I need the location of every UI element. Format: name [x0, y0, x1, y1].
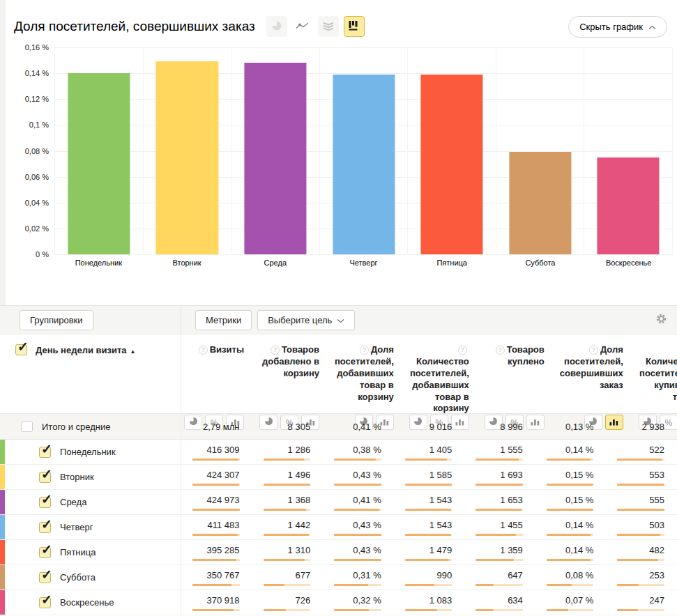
row-label[interactable]: Понедельник	[60, 447, 116, 457]
row-label[interactable]: Среда	[60, 497, 86, 507]
metric-label[interactable]: ?Товаров куплено	[485, 344, 545, 368]
totals-checkbox[interactable]	[21, 421, 33, 432]
help-icon[interactable]: ?	[271, 346, 280, 355]
gear-icon	[655, 313, 667, 327]
x-tick-label: Суббота	[496, 259, 585, 267]
row-color-stripe	[0, 490, 5, 514]
chart-slot	[407, 47, 496, 254]
table-row: Четверг411 4831 4420,43 %1 5431 4550,14 …	[0, 515, 677, 540]
metric-label[interactable]: ?Товаров добавлено в корзину	[259, 344, 319, 380]
row-checkbox[interactable]	[39, 497, 51, 508]
help-icon[interactable]: ?	[199, 346, 208, 355]
row-checkbox[interactable]	[39, 547, 51, 558]
metric-value: 1 455	[500, 520, 523, 530]
row-label[interactable]: Пятница	[60, 547, 96, 557]
row-label[interactable]: Воскресенье	[60, 597, 114, 608]
metric-value-cell: 0,07 %	[535, 590, 607, 615]
metric-value: 1 543	[429, 520, 452, 530]
row-label[interactable]: Четверг	[60, 522, 93, 532]
value-meter	[192, 584, 240, 586]
value-meter	[334, 534, 381, 536]
help-icon[interactable]: ?	[360, 346, 369, 355]
row-color-stripe	[0, 515, 5, 539]
row-checkbox[interactable]	[39, 572, 51, 583]
value-meter	[192, 509, 240, 511]
chart-bar-4[interactable]	[333, 75, 395, 254]
metric-value-cell: 647	[464, 565, 535, 590]
metric-value: 1 543	[429, 495, 452, 505]
metric-value: 0,41 %	[353, 495, 381, 505]
chart-bar-1[interactable]	[68, 73, 130, 254]
metric-value: 677	[295, 570, 310, 580]
line-chart-button[interactable]	[292, 16, 313, 37]
stacked-chart-icon	[323, 21, 334, 33]
value-meter	[192, 459, 240, 461]
stacked-chart-button[interactable]	[318, 16, 339, 37]
value-meter	[617, 534, 664, 536]
metric-value-cell: 411 483	[181, 515, 252, 539]
row-checkbox[interactable]	[39, 472, 51, 483]
metric-value-cell: 503	[606, 515, 677, 539]
chart-bar-5[interactable]	[421, 75, 483, 254]
chart-bar-6[interactable]	[509, 152, 571, 254]
line-chart-icon	[296, 22, 309, 32]
metric-value-cell: 0,15 %	[535, 490, 607, 514]
metric-value-cell: 0,32 %	[323, 590, 394, 615]
select-all-checkbox[interactable]	[15, 344, 27, 355]
dimension-header-label[interactable]: День недели визита▲	[36, 344, 136, 355]
value-meter	[547, 484, 594, 486]
groupings-button[interactable]: Группировки	[20, 310, 93, 330]
metric-label[interactable]: ?Визиты	[199, 344, 244, 356]
y-tick-label: 0,1 %	[29, 121, 49, 129]
value-meter	[476, 484, 523, 486]
chart-bar-7[interactable]	[598, 157, 660, 254]
metric-value: 416 309	[207, 445, 240, 455]
value-meter	[192, 484, 240, 486]
metric-value: 1 368	[288, 495, 311, 505]
table-row: Воскресенье370 9187260,32 %1 0836340,07 …	[0, 590, 677, 615]
chart-bar-2[interactable]	[156, 61, 218, 254]
metric-value-cell: 424 307	[181, 465, 252, 489]
help-icon[interactable]: ?	[589, 346, 598, 355]
metric-label[interactable]: ?Количество посетителей, купивших товар	[639, 344, 677, 403]
metric-value-cell: 1 543	[394, 490, 465, 514]
value-meter	[476, 559, 523, 561]
row-color-stripe	[0, 540, 5, 564]
value-meter	[476, 509, 523, 511]
help-icon[interactable]: ?	[496, 346, 505, 355]
row-checkbox[interactable]	[39, 447, 51, 458]
metric-value: 395 285	[207, 545, 240, 555]
value-meter	[617, 559, 664, 561]
metric-value-cell: 990	[394, 565, 465, 590]
metric-value-cell: 1 083	[394, 590, 465, 615]
metric-label[interactable]: ?Доля посетителей, добавивших товар в ко…	[335, 344, 394, 403]
metric-value-cell: 1 479	[394, 540, 465, 564]
metric-value: 1 405	[429, 445, 452, 455]
metrics-button[interactable]: Метрики	[195, 310, 252, 330]
value-meter	[334, 509, 381, 511]
value-meter	[405, 534, 452, 536]
value-meter	[547, 609, 594, 611]
table-row: Пятница395 2851 3100,43 %1 4791 3590,14 …	[0, 540, 677, 565]
metric-label[interactable]: ?Количество посетителей, добавивших това…	[409, 344, 469, 415]
help-icon[interactable]: ?	[458, 346, 467, 355]
value-meter	[334, 459, 381, 461]
row-checkbox[interactable]	[39, 597, 51, 608]
choose-goal-button[interactable]: Выберите цель	[257, 310, 355, 330]
row-label-cell: Среда	[0, 490, 181, 514]
bar-chart-button[interactable]	[344, 16, 365, 37]
row-checkbox[interactable]	[39, 522, 51, 533]
metric-value: 350 767	[207, 570, 240, 580]
plot-area	[54, 47, 673, 254]
settings-button[interactable]	[655, 313, 667, 327]
metric-value: 0,32 %	[353, 595, 381, 606]
metric-value-cell: 1 585	[394, 465, 465, 489]
metric-label[interactable]: ?Доля посетителей, совершивших заказ	[560, 344, 623, 392]
chevron-down-icon	[337, 315, 344, 325]
chart-bar-3[interactable]	[244, 63, 306, 254]
row-label[interactable]: Вторник	[60, 472, 94, 482]
pie-chart-button[interactable]	[266, 16, 287, 37]
row-label[interactable]: Суббота	[60, 572, 96, 583]
chart-header: Доля посетителей, совершивших заказ Скры…	[6, 0, 677, 42]
hide-chart-button[interactable]: Скрыть график	[568, 16, 667, 38]
